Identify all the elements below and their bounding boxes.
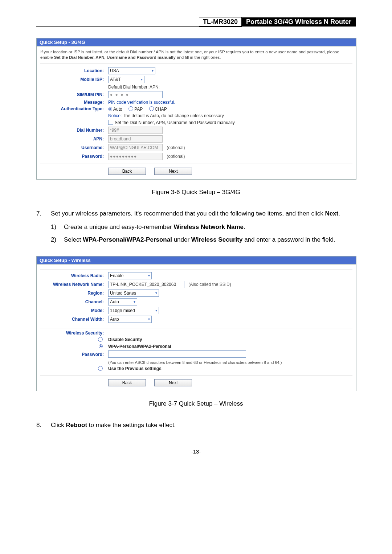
password-hint: (You can enter ASCII characters between … bbox=[108, 360, 352, 365]
step-8: 8. Click Reboot to make the settings tak… bbox=[36, 420, 356, 431]
next-button[interactable]: Next bbox=[154, 379, 192, 386]
label-apn: APN: bbox=[40, 136, 108, 141]
wireless-radio-select[interactable]: Enable▾ bbox=[108, 272, 152, 279]
radio-wpa[interactable] bbox=[99, 344, 103, 348]
chevron-down-icon: ▾ bbox=[146, 317, 150, 321]
page-number: -13- bbox=[36, 448, 356, 455]
label-channel: Channel: bbox=[40, 299, 108, 304]
label-mobile-isp: Mobile ISP: bbox=[40, 77, 108, 82]
password-input: ●●●●●●●●● bbox=[108, 153, 163, 160]
label-password: Password: bbox=[40, 154, 108, 159]
figure-caption-1: Figure 3-6 Quick Setup – 3G/4G bbox=[36, 189, 356, 196]
opt-wpa: WPA-Personal/WPA2-Personal bbox=[108, 344, 171, 349]
opt-disable-security: Disable Security bbox=[108, 337, 142, 342]
location-select[interactable]: USA▾ bbox=[108, 67, 155, 74]
label-username: Username: bbox=[40, 145, 108, 150]
figure-caption-2: Figure 3-7 Quick Setup – Wireless bbox=[36, 400, 356, 407]
manual-checkbox-row[interactable]: Set the Dial Number, APN, Username and P… bbox=[108, 120, 352, 125]
panel-intro: If your location or ISP is not listed, o… bbox=[40, 49, 352, 63]
page-header: TL-MR3020Portable 3G/4G Wireless N Route… bbox=[36, 18, 356, 27]
pin-input[interactable]: ● ● ● ● bbox=[108, 91, 163, 98]
region-select[interactable]: United States▾ bbox=[108, 290, 159, 297]
isp-select[interactable]: AT&T▾ bbox=[108, 76, 144, 83]
username-input: WAP@CINGULAR.COM bbox=[108, 144, 163, 151]
radio-auto[interactable]: Auto bbox=[108, 107, 122, 112]
chevron-down-icon: ▾ bbox=[139, 77, 143, 81]
step-7: 7. Set your wireless parameters. It's re… bbox=[36, 209, 356, 219]
chevron-down-icon: ▾ bbox=[146, 274, 150, 278]
panel-title: Quick Setup - Wireless bbox=[37, 257, 356, 264]
opt-previous: Use the Previous settings bbox=[108, 366, 162, 371]
label-auth-type: Authentication Type: bbox=[40, 106, 108, 111]
channel-select[interactable]: Auto▾ bbox=[108, 298, 137, 305]
model-number: TL-MR3020 bbox=[199, 17, 242, 26]
label-region: Region: bbox=[40, 291, 108, 296]
checkbox-icon bbox=[108, 120, 113, 125]
dial-input: *99# bbox=[108, 127, 163, 134]
ssid-input[interactable]: TP-LINK_POCKET_3020_302060 bbox=[108, 281, 184, 288]
next-button[interactable]: Next bbox=[154, 168, 192, 175]
chevron-down-icon: ▾ bbox=[153, 308, 157, 312]
chevron-down-icon: ▾ bbox=[153, 291, 157, 295]
wireless-password-input[interactable] bbox=[108, 350, 246, 358]
label-channel-width: Channel Width: bbox=[40, 317, 108, 322]
panel-quick-setup-wireless: Quick Setup - Wireless Wireless Radio: E… bbox=[36, 256, 356, 391]
label-sim-pin: SIM/UIM PIN: bbox=[40, 92, 108, 97]
step-7-sub1: 1) Create a unique and easy-to-remember … bbox=[51, 222, 356, 233]
label-wireless-radio: Wireless Radio: bbox=[40, 273, 108, 278]
apn-input: broadband bbox=[108, 135, 163, 143]
back-button[interactable]: Back bbox=[108, 379, 146, 386]
channel-width-select[interactable]: Auto▾ bbox=[108, 316, 152, 323]
back-button[interactable]: Back bbox=[108, 168, 146, 175]
default-dial-info: Default Dial Number: APN: bbox=[108, 85, 352, 90]
auth-type-radios: Auto PAP CHAP bbox=[108, 106, 352, 112]
label-message: Message: bbox=[40, 100, 108, 105]
label-mode: Mode: bbox=[40, 308, 108, 313]
chevron-down-icon: ▾ bbox=[131, 300, 135, 304]
chevron-down-icon: ▾ bbox=[150, 69, 154, 73]
step-7-sub2: 2) Select WPA-Personal/WPA2-Personal und… bbox=[51, 235, 356, 245]
label-location: Location: bbox=[40, 68, 108, 73]
radio-chap[interactable]: CHAP bbox=[149, 107, 167, 112]
panel-quick-setup-3g4g: Quick Setup - 3G/4G If your location or … bbox=[36, 38, 356, 180]
radio-disable-security[interactable] bbox=[98, 337, 103, 342]
label-wireless-pass: Password: bbox=[40, 352, 108, 357]
label-ssid: Wireless Network Name: bbox=[40, 282, 108, 287]
mode-select[interactable]: 11bgn mixed▾ bbox=[108, 307, 159, 314]
product-subtitle: Portable 3G/4G Wireless N Router bbox=[242, 17, 356, 26]
message-value: PIN code verification is successful. bbox=[108, 100, 352, 105]
panel-title: Quick Setup - 3G/4G bbox=[37, 38, 356, 46]
auth-notice: Notice: The default is Auto, do not chan… bbox=[108, 113, 352, 118]
radio-pap[interactable]: PAP bbox=[128, 107, 143, 112]
label-wireless-security: Wireless Security: bbox=[40, 331, 108, 336]
label-dial-number: Dial Number: bbox=[40, 128, 108, 133]
radio-previous[interactable] bbox=[98, 366, 103, 371]
